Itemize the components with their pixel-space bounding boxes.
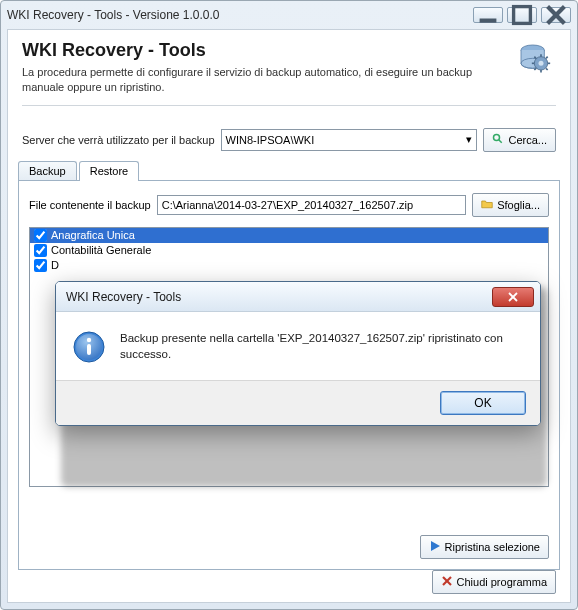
close-program-button[interactable]: Chiudi programma [432, 570, 556, 594]
info-icon [72, 330, 106, 368]
list-item-label: Contabilità Generale [51, 244, 151, 256]
list-item[interactable]: Contabilità Generale [30, 243, 548, 258]
app-window: WKI Recovery - Tools - Versione 1.0.0.0 … [0, 0, 578, 610]
page-title: WKI Recovery - Tools [22, 40, 482, 61]
browse-label: Sfoglia... [497, 199, 540, 211]
restore-selection-label: Ripristina selezione [445, 541, 540, 553]
svg-point-15 [539, 61, 544, 66]
close-button[interactable] [541, 7, 571, 23]
play-icon [429, 540, 441, 554]
database-gear-icon [516, 40, 556, 84]
list-item-checkbox[interactable] [34, 259, 47, 272]
backup-file-input[interactable] [157, 195, 467, 215]
list-item[interactable]: D [30, 258, 548, 273]
header-divider [22, 105, 556, 106]
backup-file-label: File contenente il backup [29, 199, 151, 211]
list-item[interactable]: Anagrafica Unica [30, 228, 548, 243]
dialog-titlebar: WKI Recovery - Tools [56, 282, 540, 312]
dialog-message: Backup presente nella cartella 'EXP_2014… [120, 330, 524, 368]
magnifier-icon [492, 133, 504, 147]
maximize-button[interactable] [507, 7, 537, 23]
svg-line-11 [546, 68, 548, 70]
browse-button[interactable]: Sfoglia... [472, 193, 549, 217]
info-dialog: WKI Recovery - Tools Backup presente nel… [55, 281, 541, 426]
server-select[interactable]: WIN8-IPSOA\WKI ▾ [221, 129, 478, 151]
svg-point-16 [494, 134, 500, 140]
list-item-checkbox[interactable] [34, 244, 47, 257]
window-title: WKI Recovery - Tools - Versione 1.0.0.0 [7, 8, 220, 22]
dialog-ok-button[interactable]: OK [440, 391, 526, 415]
close-program-label: Chiudi programma [457, 576, 547, 588]
page-subtitle: La procedura permette di configurare il … [22, 65, 482, 95]
svg-rect-26 [87, 344, 91, 355]
close-icon [441, 575, 453, 589]
svg-line-13 [546, 57, 548, 59]
list-item-label: D [51, 259, 59, 271]
svg-line-14 [534, 68, 536, 70]
chevron-down-icon: ▾ [466, 133, 472, 146]
minimize-button[interactable] [473, 7, 503, 23]
dialog-close-button[interactable] [492, 287, 534, 307]
folder-icon [481, 198, 493, 212]
list-item-checkbox[interactable] [34, 229, 47, 242]
svg-rect-1 [514, 7, 531, 24]
search-server-button[interactable]: Cerca... [483, 128, 556, 152]
svg-line-12 [534, 57, 536, 59]
svg-point-25 [87, 338, 91, 342]
tab-backup[interactable]: Backup [18, 161, 77, 181]
dialog-title: WKI Recovery - Tools [66, 290, 181, 304]
titlebar: WKI Recovery - Tools - Versione 1.0.0.0 [1, 1, 577, 29]
restore-selection-button[interactable]: Ripristina selezione [420, 535, 549, 559]
tab-restore[interactable]: Restore [79, 161, 140, 181]
server-value: WIN8-IPSOA\WKI [226, 134, 467, 146]
server-label: Server che verrà utilizzato per il backu… [22, 134, 215, 146]
svg-line-17 [499, 139, 502, 142]
search-server-label: Cerca... [508, 134, 547, 146]
list-item-label: Anagrafica Unica [51, 229, 135, 241]
svg-marker-18 [431, 541, 440, 551]
